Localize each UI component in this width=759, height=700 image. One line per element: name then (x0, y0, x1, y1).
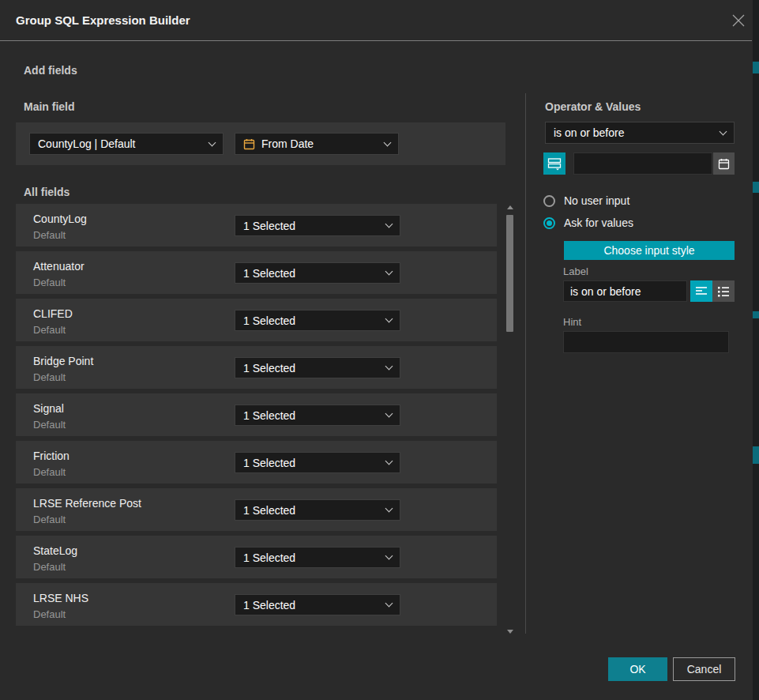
field-row: Signal Default 1 Selected (16, 393, 497, 436)
cancel-button[interactable]: Cancel (673, 657, 735, 681)
label-caption: Label (563, 265, 588, 277)
field-subtitle: Default (33, 419, 66, 431)
hint-caption: Hint (563, 316, 581, 328)
hint-input[interactable] (563, 331, 729, 353)
value-type-stack-icon (547, 156, 562, 171)
field-values-select[interactable]: 1 Selected (235, 547, 400, 568)
field-values-select-value: 1 Selected (243, 551, 381, 564)
chevron-down-icon (720, 127, 727, 135)
operator-values-heading: Operator & Values (545, 100, 641, 113)
background-accent-fragment (753, 311, 759, 318)
main-field-heading: Main field (24, 100, 75, 113)
field-values-select-value: 1 Selected (243, 504, 381, 517)
chevron-down-icon (209, 138, 216, 146)
field-row: LRSE NHS Default 1 Selected (16, 583, 497, 626)
chevron-down-icon (385, 410, 393, 418)
field-values-select[interactable]: 1 Selected (235, 215, 400, 236)
field-values-select-value: 1 Selected (243, 599, 381, 612)
field-name: CLIFED (33, 307, 73, 320)
ok-button[interactable]: OK (608, 657, 667, 681)
fields-scrollbar (505, 204, 514, 635)
field-name: LRSE NHS (33, 592, 88, 604)
main-field-panel: CountyLog | Default From Date (16, 122, 505, 165)
field-subtitle: Default (33, 561, 66, 573)
main-layer-select[interactable]: CountyLog | Default (29, 133, 224, 155)
field-subtitle: Default (33, 371, 66, 383)
field-values-select[interactable]: 1 Selected (235, 499, 400, 521)
chevron-down-icon (385, 363, 393, 371)
field-name: LRSE Reference Post (33, 497, 141, 510)
background-accent-fragment (753, 182, 759, 193)
label-input[interactable] (563, 280, 687, 302)
dialog-title: Group SQL Expression Builder (16, 0, 190, 41)
radio-label: No user input (564, 194, 629, 207)
radio-no-user-input[interactable]: No user input (543, 194, 629, 207)
value-input[interactable] (573, 152, 712, 175)
field-name: Signal (33, 402, 64, 415)
field-subtitle: Default (33, 514, 66, 525)
radio-circle-checked-icon (543, 217, 555, 229)
field-values-select-value: 1 Selected (243, 314, 381, 327)
field-subtitle: Default (33, 277, 66, 288)
value-type-button[interactable] (543, 152, 565, 175)
field-name: StateLog (33, 544, 77, 557)
chevron-down-icon (385, 457, 393, 465)
background-accent-fragment (753, 446, 759, 464)
chevron-down-icon (385, 315, 393, 323)
background-app-edge (753, 0, 759, 700)
radio-ask-for-values[interactable]: Ask for values (543, 216, 633, 229)
radio-label: Ask for values (564, 216, 633, 229)
field-values-select[interactable]: 1 Selected (235, 310, 400, 331)
field-row: CLIFED Default 1 Selected (16, 299, 497, 341)
panel-divider (525, 93, 526, 634)
bullet-list-icon (717, 286, 730, 297)
field-subtitle: Default (33, 466, 66, 478)
main-field-select[interactable]: From Date (235, 133, 399, 155)
add-fields-heading: Add fields (24, 64, 77, 77)
field-subtitle: Default (33, 608, 66, 620)
background-accent-fragment (753, 62, 759, 73)
field-name: CountyLog (33, 213, 87, 225)
field-values-select[interactable]: 1 Selected (235, 594, 400, 615)
field-row: Attenuator Default 1 Selected (16, 251, 497, 294)
field-values-select-value: 1 Selected (243, 267, 381, 280)
field-subtitle: Default (33, 324, 66, 336)
operator-select[interactable]: is on or before (545, 122, 735, 144)
text-input-style-button[interactable] (690, 280, 712, 302)
field-values-select-value: 1 Selected (243, 457, 381, 469)
chevron-down-icon (385, 600, 393, 608)
radio-circle-icon (543, 195, 555, 207)
all-fields-heading: All fields (24, 186, 70, 198)
field-row: CountyLog Default 1 Selected (16, 204, 497, 247)
chevron-down-icon (385, 552, 393, 560)
chevron-down-icon (385, 268, 393, 276)
field-values-select[interactable]: 1 Selected (235, 405, 400, 426)
dialog-header: Group SQL Expression Builder (0, 0, 752, 41)
field-subtitle: Default (33, 229, 66, 241)
field-values-select[interactable]: 1 Selected (235, 357, 400, 378)
field-name: Attenuator (33, 260, 85, 273)
field-name: Friction (33, 450, 70, 462)
chevron-down-icon (384, 138, 392, 146)
scrollbar-thumb[interactable] (506, 215, 513, 332)
close-icon[interactable] (731, 13, 746, 28)
list-input-style-button[interactable] (712, 280, 735, 302)
field-row: Friction Default 1 Selected (16, 441, 497, 484)
field-row: Bridge Point Default 1 Selected (16, 346, 497, 389)
scroll-up-icon[interactable] (507, 205, 513, 209)
main-field-select-value: From Date (261, 137, 380, 150)
field-row: LRSE Reference Post Default 1 Selected (16, 488, 497, 531)
main-layer-select-value: CountyLog | Default (38, 137, 205, 150)
scroll-down-icon[interactable] (507, 630, 513, 634)
field-values-select[interactable]: 1 Selected (235, 452, 400, 473)
field-row: StateLog Default 1 Selected (16, 536, 497, 578)
field-values-select-value: 1 Selected (243, 409, 381, 422)
field-values-select-value: 1 Selected (243, 362, 381, 374)
chevron-down-icon (385, 505, 393, 513)
choose-input-style-button[interactable]: Choose input style (564, 241, 735, 260)
date-field-icon (243, 138, 255, 150)
field-values-select[interactable]: 1 Selected (235, 262, 400, 284)
calendar-icon[interactable] (713, 152, 735, 175)
field-name: Bridge Point (33, 355, 93, 367)
field-values-select-value: 1 Selected (243, 220, 381, 232)
